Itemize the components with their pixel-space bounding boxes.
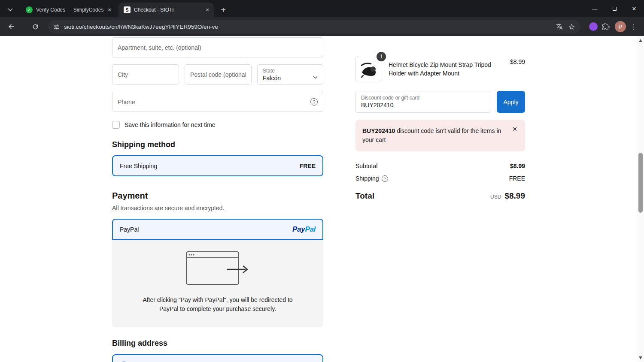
state-select[interactable]: State Falcón — [257, 64, 323, 84]
extension-dot — [589, 22, 598, 31]
sioti-favicon: S — [124, 6, 131, 13]
reload-icon — [32, 23, 39, 30]
shipping-row: Shipping ? FREE — [355, 175, 525, 182]
extension-purple-icon[interactable] — [589, 22, 598, 31]
phone-input[interactable] — [112, 92, 323, 112]
new-tab-button[interactable]: + — [217, 4, 229, 16]
maximize-button[interactable] — [605, 0, 624, 17]
browser-menu-icon[interactable]: ⋮ — [628, 20, 640, 33]
scroll-down-icon[interactable] — [637, 354, 644, 361]
close-window-button[interactable]: ✕ — [624, 0, 644, 17]
paypal-redirect-panel: After clicking "Pay with PayPal", you wi… — [112, 240, 323, 327]
profile-avatar[interactable]: P — [615, 21, 626, 32]
total-label: Total — [355, 191, 374, 201]
checkout-page: State Falcón ? Save this information for… — [0, 36, 644, 362]
site-info-icon[interactable] — [53, 24, 60, 30]
city-input[interactable] — [112, 64, 179, 84]
simplycodes-favicon: ✓ — [26, 6, 33, 13]
maximize-icon — [613, 7, 617, 11]
url-text: sioti.co/checkouts/cn/hWN3kaKwJ7eegYPlfY… — [64, 24, 551, 30]
scrollbar-thumb[interactable] — [638, 153, 643, 213]
product-price: $8.99 — [510, 58, 525, 65]
postal-code-input[interactable] — [185, 64, 252, 84]
chevron-down-icon — [313, 73, 318, 81]
shipping-method-heading: Shipping method — [112, 140, 323, 149]
shipping-option-price: FREE — [300, 163, 316, 169]
total-value: $8.99 — [504, 191, 525, 201]
apply-discount-button[interactable]: Apply — [497, 91, 525, 113]
discount-field[interactable]: Discount code or gift card — [355, 91, 491, 113]
phone-help-icon[interactable]: ? — [310, 98, 318, 106]
paypal-payment-widget: PayPal PayPal After clicking "Pay with P… — [112, 219, 323, 327]
scroll-up-icon[interactable] — [637, 37, 644, 44]
cart-item: 1 Helmet Bicycle Zip Mount Strap Tripod … — [355, 56, 525, 82]
tab-checkout-sioti[interactable]: S Checkout - SIOTI ✕ — [118, 3, 214, 17]
checkout-form: State Falcón ? Save this information for… — [112, 36, 323, 362]
shipping-value: FREE — [509, 175, 525, 182]
city-postal-state-row: State Falcón — [112, 64, 323, 84]
billing-address-heading: Billing address — [112, 339, 323, 348]
tab-close-icon[interactable]: ✕ — [204, 6, 211, 14]
tab-title: Checkout - SIOTI — [134, 7, 204, 13]
tab-simplycodes[interactable]: ✓ Verify Codes — SimplyCodes ✕ — [21, 3, 116, 17]
product-title: Helmet Bicycle Zip Mount Strap Tripod Ho… — [389, 60, 492, 78]
payment-heading: Payment — [112, 191, 323, 201]
paypal-logo-pay: Pay — [292, 225, 305, 233]
subtotal-value: $8.99 — [510, 163, 525, 169]
phone-field-wrap: ? — [112, 92, 323, 112]
discount-error-code: BUY202410 — [362, 127, 395, 134]
redirect-illustration-icon — [185, 250, 250, 285]
apartment-input[interactable] — [112, 37, 323, 57]
order-summary: 1 Helmet Bicycle Zip Mount Strap Tripod … — [355, 36, 525, 201]
translate-icon[interactable] — [556, 23, 563, 30]
browser-toolbar: sioti.co/checkouts/cn/hWN3kaKwJ7eegYPlfY… — [0, 17, 644, 36]
shipping-option-label: Free Shipping — [120, 163, 157, 169]
save-info-row: Save this information for next time — [112, 121, 323, 129]
page-scrollbar[interactable] — [637, 36, 644, 362]
state-select-value: Falcón — [263, 75, 318, 81]
same-as-shipping-option[interactable]: Same as shipping address — [113, 355, 322, 362]
shipping-label: Shipping — [355, 175, 379, 182]
product-thumbnail: 1 — [355, 56, 382, 82]
minimize-button[interactable]: — — [585, 0, 605, 17]
total-row: Total USD $8.99 — [355, 191, 525, 201]
state-select-label: State — [263, 68, 318, 74]
bookmark-star-icon[interactable] — [568, 23, 575, 30]
paypal-redirect-note: After clicking "Pay with PayPal", you wi… — [140, 296, 295, 314]
window-controls: — ✕ — [585, 0, 644, 17]
dismiss-error-icon[interactable]: ✕ — [512, 126, 517, 133]
save-info-checkbox[interactable] — [112, 121, 120, 129]
paypal-logo-pal: Pal — [305, 225, 316, 233]
payment-subheading: All transactions are secure and encrypte… — [112, 205, 323, 211]
address-bar[interactable]: sioti.co/checkouts/cn/hWN3kaKwJ7eegYPlfY… — [48, 20, 580, 33]
back-button[interactable] — [4, 20, 18, 33]
discount-field-label: Discount code or gift card — [361, 95, 486, 101]
paypal-method-option[interactable]: PayPal PayPal — [112, 219, 323, 240]
totals-section: Subtotal $8.99 Shipping ? FREE Total USD… — [355, 163, 525, 201]
quantity-badge: 1 — [377, 52, 386, 61]
extensions-puzzle-icon[interactable] — [602, 23, 610, 30]
currency-code: USD — [490, 194, 501, 200]
discount-row: Discount code or gift card Apply — [355, 91, 525, 113]
tab-title: Verify Codes — SimplyCodes — [36, 7, 106, 13]
free-shipping-option[interactable]: Free Shipping FREE — [112, 155, 323, 176]
shipping-help-icon[interactable]: ? — [382, 175, 388, 182]
back-arrow-icon — [7, 23, 15, 30]
tab-strip: ✓ Verify Codes — SimplyCodes ✕ S Checkou… — [0, 0, 644, 17]
discount-code-input[interactable] — [361, 101, 486, 109]
save-info-label: Save this information for next time — [125, 121, 216, 128]
subtotal-label: Subtotal — [355, 163, 377, 169]
browser-window: ✓ Verify Codes — SimplyCodes ✕ S Checkou… — [0, 0, 644, 362]
paypal-method-label: PayPal — [120, 226, 139, 233]
tab-close-icon[interactable]: ✕ — [106, 6, 113, 14]
discount-error-banner: BUY202410 discount code isn't valid for … — [355, 120, 525, 151]
billing-address-options: Same as shipping address — [112, 354, 323, 362]
chevron-down-icon — [8, 8, 13, 12]
subtotal-row: Subtotal $8.99 — [355, 163, 525, 169]
reload-button[interactable] — [28, 20, 42, 33]
tab-search-button[interactable] — [4, 4, 16, 16]
paypal-logo: PayPal — [292, 225, 316, 234]
